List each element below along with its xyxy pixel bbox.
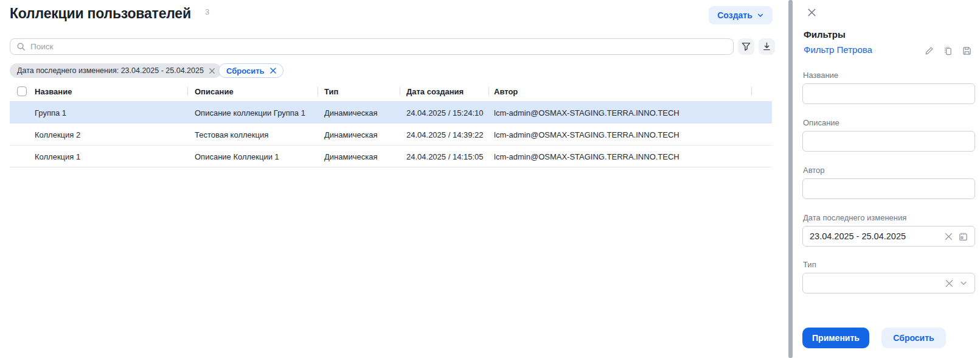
description-input[interactable]: [810, 136, 968, 146]
saved-filter-link[interactable]: Фильтр Петрова: [804, 44, 872, 55]
table-header: Название Описание Тип Дата создания Авто…: [10, 82, 772, 102]
search-box: [10, 38, 734, 55]
column-header-description[interactable]: Описание: [195, 87, 234, 96]
row-description: Тестовая коллекция: [195, 130, 268, 139]
copy-icon: [944, 46, 953, 55]
author-field: [802, 178, 975, 199]
column-divider: [488, 87, 489, 96]
filters-panel-title: Фильтры: [804, 29, 846, 40]
page-title: Коллекции пользователей: [10, 5, 191, 22]
table-row[interactable]: Коллекция 1 Описание Коллекции 1 Динамич…: [10, 146, 772, 167]
row-author: lcm-admin@OSMAX-STAGING.TERRA.INNO.TECH: [494, 108, 679, 117]
table-row[interactable]: Группа 1 Описание коллекции Группа 1 Дин…: [10, 102, 772, 124]
create-button[interactable]: Создать: [709, 6, 773, 24]
chevron-down-icon: [757, 12, 764, 19]
copy-filter-button[interactable]: [942, 45, 953, 56]
row-created: 24.04.2025 / 15:24:10: [406, 108, 484, 117]
select-all-checkbox[interactable]: [17, 86, 27, 96]
column-header-author[interactable]: Автор: [494, 87, 518, 96]
save-icon: [962, 46, 971, 55]
chevron-down-icon[interactable]: [959, 279, 968, 287]
clear-type-icon[interactable]: [945, 279, 953, 287]
remove-filter-icon[interactable]: [209, 68, 215, 74]
type-select[interactable]: [802, 273, 975, 293]
search-input[interactable]: [30, 42, 727, 51]
description-field-label: Описание: [803, 118, 839, 127]
author-input[interactable]: [810, 184, 968, 194]
save-filter-button[interactable]: [961, 45, 972, 56]
export-button[interactable]: [759, 38, 775, 55]
row-description: Описание коллекции Группа 1: [195, 108, 305, 117]
date-field-label: Дата последнего изменения: [803, 213, 906, 222]
edit-pencil-icon: [925, 46, 934, 55]
user-collections-page: Коллекции пользователей 3 Создать Дата п…: [0, 0, 980, 358]
filter-button[interactable]: [738, 38, 754, 55]
table-row[interactable]: Коллекция 2 Тестовая коллекция Динамичес…: [10, 124, 772, 146]
row-name: Коллекция 1: [35, 152, 80, 161]
filters-panel: Фильтры Фильтр Петрова Название Описание…: [793, 0, 980, 358]
clear-date-icon[interactable]: [945, 233, 953, 240]
funnel-icon: [742, 42, 751, 51]
edit-filter-button[interactable]: [923, 45, 934, 56]
search-icon: [16, 42, 26, 51]
column-divider: [400, 87, 400, 96]
name-field-label: Название: [803, 71, 838, 80]
column-divider: [318, 87, 318, 96]
row-created: 24.04.2025 / 14:15:05: [406, 152, 484, 161]
row-type: Динамическая: [324, 130, 377, 139]
row-created: 24.04.2025 / 14:39:22: [406, 130, 484, 139]
panel-resize-handle[interactable]: [788, 0, 793, 358]
close-panel-button[interactable]: [805, 5, 818, 19]
active-filter-chip-label: Дата последнего изменения: 23.04.2025 - …: [17, 66, 204, 75]
close-icon: [807, 7, 817, 18]
column-header-name[interactable]: Название: [35, 87, 72, 96]
type-field-label: Тип: [803, 260, 816, 269]
column-divider: [187, 87, 188, 96]
name-field: [802, 83, 975, 104]
reset-filters-button[interactable]: Сбросить: [881, 328, 946, 348]
calendar-icon[interactable]: [959, 232, 968, 241]
row-name: Коллекция 2: [35, 130, 80, 139]
row-author: lcm-admin@OSMAX-STAGING.TERRA.INNO.TECH: [494, 152, 679, 161]
reset-filters-chip-label: Сбросить: [226, 66, 265, 75]
apply-filters-button[interactable]: Применить: [802, 328, 869, 348]
collections-count: 3: [205, 7, 209, 16]
row-type: Динамическая: [324, 108, 377, 117]
row-type: Динамическая: [324, 152, 377, 161]
name-input[interactable]: [810, 89, 968, 99]
row-author: lcm-admin@OSMAX-STAGING.TERRA.INNO.TECH: [494, 130, 679, 139]
reset-close-icon[interactable]: [269, 67, 277, 74]
column-divider: [751, 87, 752, 96]
column-header-created[interactable]: Дата создания: [406, 87, 464, 96]
column-header-type[interactable]: Тип: [324, 87, 338, 96]
create-button-label: Создать: [717, 10, 752, 20]
reset-filters-chip[interactable]: Сбросить: [218, 63, 283, 78]
author-field-label: Автор: [803, 166, 825, 175]
download-icon: [762, 42, 771, 51]
date-range-value: 23.04.2025 - 25.04.2025: [810, 231, 939, 241]
row-description: Описание Коллекции 1: [195, 152, 279, 161]
description-field: [802, 131, 975, 152]
active-filter-chip[interactable]: Дата последнего изменения: 23.04.2025 - …: [10, 63, 221, 78]
row-name: Группа 1: [35, 108, 66, 117]
date-range-field[interactable]: 23.04.2025 - 25.04.2025: [802, 226, 975, 247]
